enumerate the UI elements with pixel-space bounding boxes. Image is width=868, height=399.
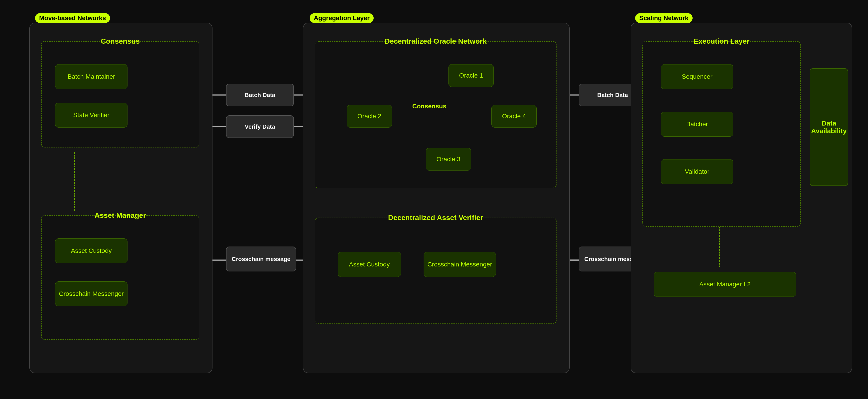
diagram-container: Move-based Networks Aggregation Layer Sc… [0, 0, 868, 399]
asset-manager-panel: Asset Manager Asset Custody Crosschain M… [41, 215, 199, 340]
move-networks-badge: Move-based Networks [35, 13, 110, 23]
move-networks-panel: Consensus Batch Maintainer State Verifie… [29, 23, 213, 373]
oracle-consensus-label: Consensus [412, 103, 446, 110]
crosschain-message-label-left: Crosschain message [226, 247, 296, 272]
oracle3-box: Oracle 3 [426, 148, 471, 171]
oracle-network-title: Decentralized Oracle Network [384, 37, 487, 46]
asset-custody-box-middle: Asset Custody [338, 252, 401, 277]
batch-maintainer-box: Batch Maintainer [55, 64, 127, 89]
verify-data-label: Verify Data [226, 115, 294, 138]
asset-manager-title: Asset Manager [94, 211, 146, 220]
dashed-vert-right [719, 227, 720, 267]
oracle-network-panel: Decentralized Oracle Network Oracle 1 Or… [315, 41, 557, 188]
crosschain-messenger-box-left: Crosschain Messenger [55, 281, 127, 306]
scaling-network-badge: Scaling Network [635, 13, 692, 23]
aggregation-layer-panel: Decentralized Oracle Network Oracle 1 Or… [303, 23, 569, 373]
oracle2-box: Oracle 2 [347, 105, 392, 127]
crosschain-messenger-box-middle: Crosschain Messenger [424, 252, 496, 277]
execution-layer-title: Execution Layer [693, 37, 749, 46]
state-verifier-box: State Verifier [55, 103, 127, 127]
consensus-title: Consensus [101, 37, 140, 46]
dashed-vert-left [74, 152, 75, 211]
asset-verifier-title: Decentralized Asset Verifier [388, 213, 483, 222]
asset-manager-l2-box: Asset Manager L2 [654, 272, 796, 297]
execution-layer-panel: Execution Layer Sequencer Batcher Valida… [643, 41, 801, 227]
oracle4-box: Oracle 4 [491, 105, 537, 127]
batch-data-label-left: Batch Data [226, 84, 294, 106]
aggregation-layer-badge: Aggregation Layer [310, 13, 374, 23]
consensus-panel: Consensus Batch Maintainer State Verifie… [41, 41, 199, 147]
sequencer-box: Sequencer [661, 64, 733, 89]
scaling-network-panel: Execution Layer Sequencer Batcher Valida… [631, 23, 852, 373]
asset-verifier-panel: Decentralized Asset Verifier Asset Custo… [315, 218, 557, 324]
oracle1-box: Oracle 1 [448, 64, 494, 87]
validator-box: Validator [661, 159, 733, 184]
batcher-box: Batcher [661, 112, 733, 137]
asset-custody-box-left: Asset Custody [55, 238, 127, 263]
data-availability-box: Data Availability [810, 68, 848, 186]
